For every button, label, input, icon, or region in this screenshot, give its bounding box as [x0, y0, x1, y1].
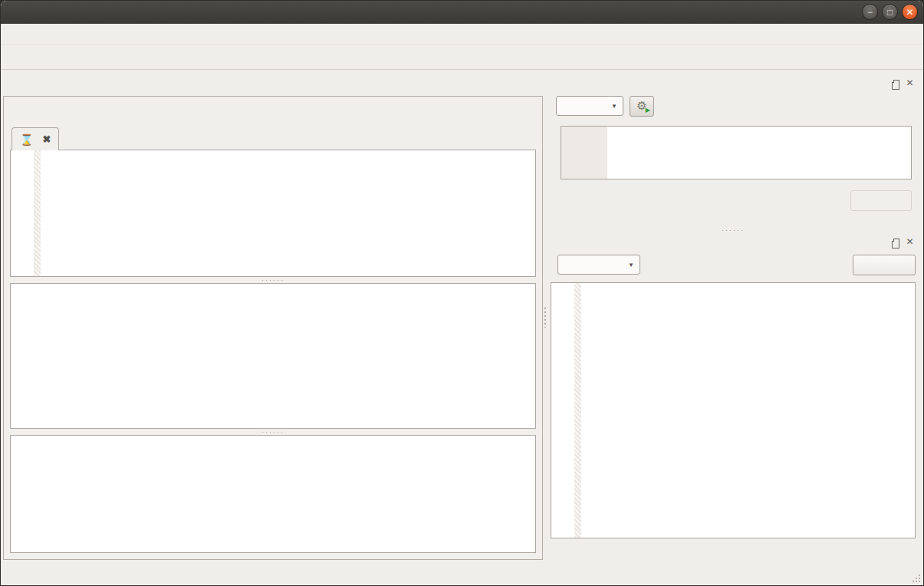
left-pane: ⌛ ✖ ······ ······	[1, 70, 543, 565]
main-tabs	[3, 75, 543, 96]
main-toolbar	[1, 44, 923, 70]
dock-splitter[interactable]: ······	[550, 227, 916, 233]
line-number-gutter	[11, 150, 34, 276]
titlebar[interactable]: − □ ✕	[1, 1, 923, 24]
float-icon	[893, 80, 899, 86]
log-filter-select[interactable]: ▼	[557, 255, 640, 275]
sql-doc-tab[interactable]: ⌛ ✖	[12, 127, 59, 150]
cell-mode-row: ▼ ⚙ ▶	[550, 95, 916, 117]
log-fold-margin	[574, 283, 581, 538]
float-icon	[893, 239, 899, 245]
minimize-icon: −	[867, 8, 873, 17]
close-dock-button[interactable]: ✕	[904, 77, 916, 88]
chevron-down-icon: ▼	[628, 262, 634, 268]
chevron-down-icon: ▼	[611, 103, 617, 110]
sql-log-view[interactable]	[551, 282, 916, 538]
log-filter-row: ▼	[551, 254, 916, 275]
maximize-icon: □	[887, 8, 893, 17]
close-dock-icon: ✕	[906, 78, 913, 87]
auto-apply-button[interactable]: ⚙ ▶	[630, 96, 654, 117]
results-grid[interactable]	[10, 283, 536, 429]
execute-sql-page: ⌛ ✖ ······ ······	[3, 96, 543, 560]
fold-margin	[34, 150, 41, 276]
bottom-dock-tabs	[550, 545, 916, 565]
log-line-number-gutter	[551, 283, 574, 538]
cell-editor[interactable]	[561, 126, 912, 179]
minimize-button[interactable]: −	[862, 4, 878, 20]
clear-log-button[interactable]	[853, 255, 916, 275]
maximize-button[interactable]: □	[882, 4, 898, 20]
close-button[interactable]: ✕	[902, 4, 918, 20]
results-message-splitter[interactable]: ······	[10, 429, 536, 435]
resize-grip-icon[interactable]	[911, 573, 921, 583]
close-log-dock-button[interactable]: ✕	[904, 236, 916, 247]
sql-editor[interactable]	[10, 150, 536, 277]
editor-results-splitter[interactable]: ······	[10, 277, 536, 283]
menubar	[1, 24, 923, 44]
app-window: − □ ✕ ⌛ ✖	[0, 0, 924, 586]
right-pane: ✕ ▼ ⚙ ▶	[547, 70, 923, 565]
gear-arrow-icon: ▶	[646, 107, 650, 114]
close-icon: ✕	[906, 8, 913, 17]
sql-log-dock-title: ✕	[550, 233, 916, 250]
cell-info-row	[553, 189, 912, 227]
cell-editor-gutter	[561, 127, 607, 179]
close-dock-icon: ✕	[906, 237, 913, 246]
edit-cell-dock-title: ✕	[550, 74, 916, 91]
sql-doc-tabbar: ⌛ ✖	[10, 127, 536, 150]
float-dock-button[interactable]	[890, 77, 902, 88]
apply-button	[850, 190, 912, 211]
sql-editor-toolbar	[10, 100, 536, 127]
cell-editor-content	[607, 127, 911, 179]
close-tab-icon[interactable]: ✖	[42, 133, 51, 145]
float-log-dock-button[interactable]	[890, 236, 902, 247]
hourglass-icon: ⌛	[20, 133, 33, 146]
results-message-box[interactable]	[10, 435, 536, 553]
mode-select[interactable]: ▼	[556, 96, 623, 116]
statusbar	[1, 565, 923, 585]
main-area: ⌛ ✖ ······ ······	[1, 70, 923, 565]
window-controls: − □ ✕	[862, 4, 918, 20]
